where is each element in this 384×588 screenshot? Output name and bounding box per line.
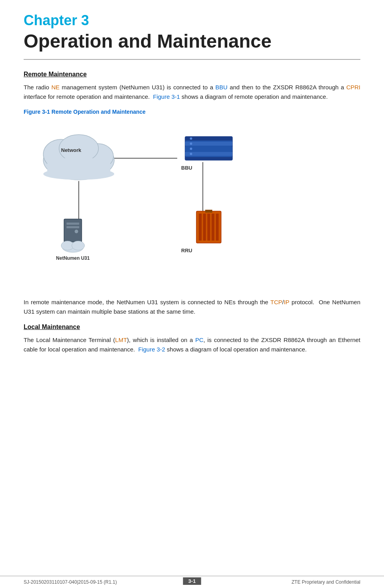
- rru-container: RRU: [177, 209, 240, 253]
- svg-point-15: [190, 137, 192, 140]
- figure32-link[interactable]: Figure 3-2: [138, 346, 165, 353]
- svg-point-8: [43, 168, 114, 180]
- svg-rect-27: [67, 223, 79, 225]
- footer-right: ZTE Proprietary and Confidential: [291, 579, 360, 585]
- pc-svg: [57, 217, 89, 253]
- bbu-svg: [183, 135, 234, 162]
- local-maintenance-heading: Local Maintenance: [24, 324, 360, 331]
- chapter-label: Chapter 3: [24, 12, 360, 29]
- svg-rect-20: [199, 214, 202, 240]
- diagram-remote-maintenance: Network B: [24, 123, 360, 288]
- netnumen-label: NetNumen U31: [47, 255, 98, 261]
- bbu-highlight: BBU: [215, 84, 228, 91]
- pc-highlight: PC: [195, 337, 204, 343]
- lmt-highlight: LMT: [115, 337, 127, 343]
- remote-maintenance-section: Remote Maintenance The radio NE manageme…: [24, 71, 360, 316]
- network-cloud: Network: [39, 131, 118, 186]
- svg-point-18: [190, 153, 192, 155]
- svg-point-17: [190, 148, 192, 150]
- page-footer: SJ-20150203110107-040|2015-09-15 (R1.1) …: [0, 576, 384, 588]
- bbu-container: BBU: [177, 135, 240, 171]
- page-number: 3-1: [183, 577, 201, 585]
- svg-rect-14: [185, 157, 232, 160]
- svg-rect-22: [207, 214, 210, 240]
- local-maintenance-section: Local Maintenance The Local Maintenance …: [24, 324, 360, 354]
- network-label: Network: [61, 147, 81, 153]
- svg-rect-23: [211, 214, 214, 240]
- bbu-label: BBU: [177, 165, 240, 171]
- chapter-title: Operation and Maintenance: [24, 30, 360, 52]
- svg-rect-26: [64, 219, 82, 242]
- svg-rect-21: [203, 214, 206, 240]
- ip-highlight: IP: [284, 299, 289, 305]
- rru-label: RRU: [177, 248, 240, 253]
- svg-rect-24: [216, 214, 219, 240]
- tcp-highlight: TCP: [271, 299, 282, 305]
- svg-point-32: [72, 241, 84, 250]
- remote-maintenance-heading: Remote Maintenance: [24, 71, 360, 78]
- figure-caption: Figure 3-1 Remote Operation and Maintena…: [24, 109, 360, 115]
- svg-point-16: [190, 142, 192, 145]
- header-divider: [24, 59, 360, 60]
- remote-maintenance-para1: The radio NE management system (NetNumen…: [24, 83, 360, 102]
- cpri-highlight: CPRI: [346, 84, 360, 91]
- svg-rect-25: [205, 210, 212, 213]
- cloud-svg-shape: [39, 131, 118, 182]
- remote-maintenance-para2: In remote maintenance mode, the NetNumen…: [24, 298, 360, 316]
- netnumen-container: NetNumen U31: [47, 217, 98, 261]
- footer-left: SJ-20150203110107-040|2015-09-15 (R1.1): [24, 579, 117, 585]
- ne-highlight: NE: [51, 84, 59, 91]
- local-maintenance-para: The Local Maintenance Terminal (LMT), wh…: [24, 335, 360, 354]
- figure31-link[interactable]: Figure 3-1: [153, 93, 180, 100]
- rru-svg: [189, 209, 228, 245]
- svg-rect-28: [67, 226, 79, 228]
- svg-point-29: [75, 230, 78, 233]
